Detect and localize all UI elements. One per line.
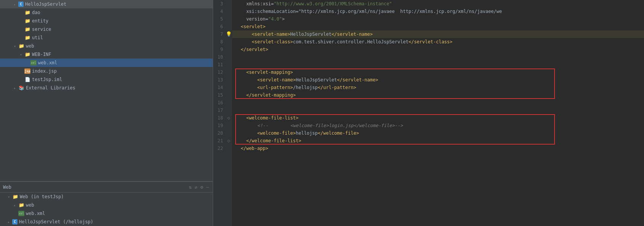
class-icon: C <box>12 219 18 224</box>
folder-icon: 📁 <box>24 27 30 32</box>
tree-item-4[interactable]: 📁service <box>0 25 213 33</box>
code-line-17 <box>232 107 644 114</box>
tree-arrow <box>6 194 11 199</box>
folder-icon: 📁 <box>24 52 30 57</box>
settings-icon[interactable]: ⚙ <box>200 184 204 191</box>
code-line-10 <box>232 53 644 61</box>
tree-item-7[interactable]: 📁WEB-INF <box>0 50 213 59</box>
line-number-14: 14 <box>213 84 225 91</box>
tree-item-2[interactable]: 📁web <box>0 201 213 209</box>
line-number-15: 15 <box>213 91 225 99</box>
code-line-16 <box>232 99 644 107</box>
tree-arrow <box>12 2 18 7</box>
folder-icon: 📁 <box>12 194 18 199</box>
tree-item-3[interactable]: xmlweb.xml <box>0 209 213 218</box>
tree-item-label: External Libraries <box>26 85 75 91</box>
gutter-19 <box>225 122 232 129</box>
gutter-18: ◇ <box>225 114 232 122</box>
line-number-5: 5 <box>213 15 225 23</box>
gutter-14 <box>225 84 232 91</box>
code-line-6: <servlet> <box>232 23 644 30</box>
tree-item-2[interactable]: 📁dao <box>0 8 213 17</box>
gutter-9 <box>225 46 232 53</box>
gutter-13 <box>225 76 232 84</box>
tree-item-label: dao <box>32 10 40 15</box>
gutter-21: ◇ <box>225 137 232 145</box>
line-number-20: 20 <box>213 129 225 137</box>
line-number-13: 13 <box>213 76 225 84</box>
tree-item-1[interactable]: CHelloJspServlet <box>0 0 213 8</box>
xml-icon: xml <box>18 211 24 216</box>
tree-item-label: web <box>26 43 34 49</box>
line-number-4: 4 <box>213 8 225 15</box>
gutter-11 <box>225 61 232 68</box>
tree-item-label: WEB-INF <box>32 52 51 57</box>
libs-icon: 📚 <box>18 85 24 91</box>
code-line-11 <box>232 61 644 68</box>
code-line-15: </servlet-mapping> <box>232 91 644 99</box>
tree-item-label: HelloJspServlet (/hellojsp) <box>19 219 93 224</box>
tree-item-label: entity <box>32 18 48 24</box>
tree-item-10[interactable]: 📄testJsp.iml <box>0 75 213 84</box>
code-line-13: <servlet-name>HelloJspServlet</servlet-n… <box>232 76 644 84</box>
tree-item-label: web.xml <box>26 211 45 216</box>
tree-item-label: testJsp.iml <box>32 77 62 82</box>
minimize-icon[interactable]: — <box>206 184 210 191</box>
gutter-3 <box>225 0 232 8</box>
code-content: xmlns:xsi="http://www.w3.org/2001/XMLSch… <box>232 0 644 226</box>
tree-item-6[interactable]: 📁web <box>0 42 213 50</box>
tree-item-label: web.xml <box>38 60 57 65</box>
editor: 345678910111213141516171819202122 💡◇◇ xm… <box>213 0 644 226</box>
code-line-21: </welcome-file-list> <box>232 137 644 145</box>
web-panel-toolbar: ⇅ ⇄ ⚙ — <box>188 184 210 191</box>
xml-icon: xml <box>30 60 37 65</box>
gutter-8 <box>225 38 232 46</box>
tree-item-label: web <box>26 202 34 208</box>
code-line-3: xmlns:xsi="http://www.w3.org/2001/XMLSch… <box>232 0 644 8</box>
sort-icon[interactable]: ⇅ <box>188 184 192 191</box>
gutter-6 <box>225 23 232 30</box>
gutter-16 <box>225 99 232 107</box>
code-line-19: <!-- <welcome-file>login.jsp</welcome-fi… <box>232 122 644 129</box>
filter-icon[interactable]: ⇄ <box>194 184 198 191</box>
line-number-3: 3 <box>213 0 225 8</box>
sidebar: CHelloJspServlet📁dao📁entity📁service📁util… <box>0 0 213 226</box>
tree-item-11[interactable]: 📚External Libraries <box>0 84 213 92</box>
code-line-18: <welcome-file-list> <box>232 114 644 122</box>
tree-item-3[interactable]: 📁entity <box>0 17 213 25</box>
tree-item-8[interactable]: xmlweb.xml <box>0 59 213 67</box>
tree-item-label: index.jsp <box>32 68 57 74</box>
line-number-16: 16 <box>213 99 225 107</box>
tree-item-1[interactable]: 📁Web (in testJsp) <box>0 193 213 201</box>
code-line-5: version="4.0"> <box>232 15 644 23</box>
tree-item-9[interactable]: jspindex.jsp <box>0 67 213 75</box>
code-lines-container: xmlns:xsi="http://www.w3.org/2001/XMLSch… <box>232 0 644 152</box>
structure-panel: CHelloJspServlet📁dao📁entity📁service📁util… <box>0 0 213 181</box>
line-numbers: 345678910111213141516171819202122 <box>213 0 225 226</box>
gutter-10 <box>225 53 232 61</box>
tree-item-5[interactable]: 📁util <box>0 33 213 42</box>
line-number-11: 11 <box>213 61 225 68</box>
gutter-5 <box>225 15 232 23</box>
line-number-19: 19 <box>213 122 225 129</box>
folder-icon: 📁 <box>24 35 30 40</box>
code-line-7: <servlet-name>HelloJspServlet</servlet-n… <box>232 30 644 38</box>
folder-icon: 📁 <box>24 10 30 15</box>
tree-item-label: HelloJspServlet <box>25 2 66 7</box>
code-line-14: <url-pattern>/hellojsp</url-pattern> <box>232 84 644 91</box>
tree-item-label: service <box>32 27 51 32</box>
tree-arrow <box>6 219 11 224</box>
tree-arrow <box>18 52 24 57</box>
gutter-4 <box>225 8 232 15</box>
gutter-22 <box>225 145 232 152</box>
web-panel: Web ⇅ ⇄ ⚙ — 📁Web (in testJsp)📁webxmlweb.… <box>0 181 213 226</box>
gutter-17 <box>225 107 232 114</box>
tree-item-4[interactable]: CHelloJspServlet (/hellojsp) <box>0 218 213 226</box>
code-line-20: <welcome-file>hellojsp</welcome-file> <box>232 129 644 137</box>
line-number-12: 12 <box>213 68 225 76</box>
folder-icon: 📁 <box>24 18 30 24</box>
web-panel-title: Web <box>3 185 11 190</box>
line-number-9: 9 <box>213 46 225 53</box>
file-tree: CHelloJspServlet📁dao📁entity📁service📁util… <box>0 0 213 92</box>
gutter-15 <box>225 91 232 99</box>
